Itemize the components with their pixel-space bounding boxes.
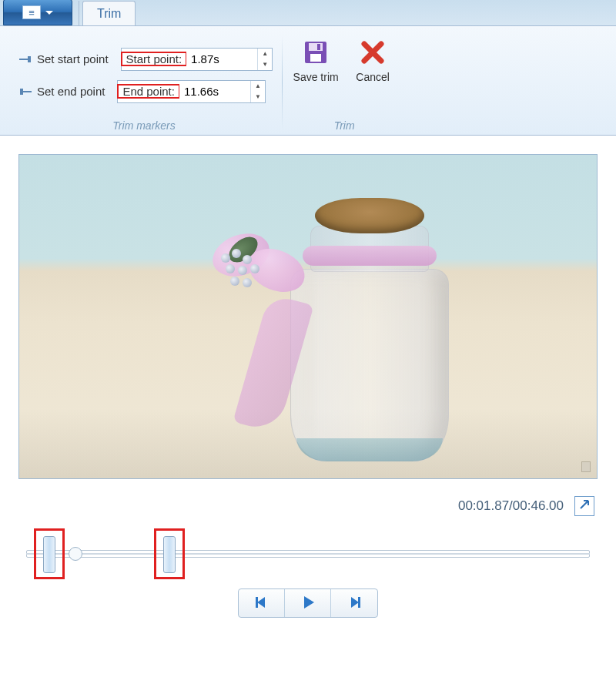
svg-rect-1 xyxy=(20,89,23,95)
chevron-down-icon xyxy=(45,11,53,15)
cancel-label: Cancel xyxy=(356,71,390,84)
end-point-step-down[interactable]: ▼ xyxy=(251,92,265,102)
end-point-row: Set end point End point: ▲ ▼ xyxy=(15,80,273,103)
tab-trim-label: Trim xyxy=(97,7,121,21)
end-point-field: End point: ▲ ▼ xyxy=(117,80,266,103)
svg-marker-6 xyxy=(257,597,265,608)
play-icon xyxy=(300,594,316,613)
svg-marker-8 xyxy=(304,596,314,609)
play-button[interactable] xyxy=(285,589,331,617)
preview-corner-mark xyxy=(581,461,591,472)
svg-rect-5 xyxy=(317,44,320,50)
floppy-disk-icon xyxy=(300,37,331,68)
time-display: 00:01.87/00:46.00 xyxy=(458,498,564,514)
x-icon xyxy=(357,37,388,68)
preview-area xyxy=(0,136,616,487)
start-point-input[interactable] xyxy=(186,51,257,67)
trim-end-icon xyxy=(18,86,32,97)
ribbon-divider xyxy=(282,35,283,130)
start-point-spinner: ▲ ▼ xyxy=(257,49,272,70)
start-point-row: Set start point Start point: ▲ ▼ xyxy=(15,48,273,71)
expand-preview-button[interactable] xyxy=(574,496,594,516)
menubar: ≡ Trim xyxy=(0,0,616,26)
trim-start-icon xyxy=(18,54,32,65)
previous-frame-button[interactable] xyxy=(239,589,285,617)
end-point-spinner: ▲ ▼ xyxy=(250,81,265,102)
svg-rect-4 xyxy=(310,54,321,62)
step-back-icon xyxy=(253,594,270,613)
next-frame-button[interactable] xyxy=(331,589,377,617)
video-preview[interactable] xyxy=(18,154,598,479)
cancel-button[interactable]: Cancel xyxy=(349,37,397,84)
svg-rect-3 xyxy=(309,43,323,51)
set-end-point-button[interactable]: Set end point xyxy=(15,83,108,99)
start-point-step-up[interactable]: ▲ xyxy=(258,49,272,59)
expand-arrow-icon xyxy=(578,498,591,515)
ribbon-group-trim: Save trim Cancel Trim xyxy=(284,31,404,135)
menu-dropdown-icon: ≡ xyxy=(22,5,41,19)
save-trim-button[interactable]: Save trim xyxy=(292,37,340,84)
trim-end-handle[interactable] xyxy=(163,536,176,573)
timeline-box xyxy=(0,521,616,582)
timeline-playhead[interactable] xyxy=(69,547,82,561)
menu-separator xyxy=(79,1,79,25)
video-preview-content xyxy=(19,155,597,478)
timeline[interactable] xyxy=(18,527,598,582)
trim-start-handle[interactable] xyxy=(43,536,55,573)
time-row: 00:01.87/00:46.00 xyxy=(0,487,616,521)
ribbon-group-trim-label: Trim xyxy=(292,116,397,133)
svg-marker-9 xyxy=(351,597,359,608)
app-menu-dropdown[interactable]: ≡ xyxy=(3,0,72,25)
start-point-field: Start point: ▲ ▼ xyxy=(121,48,273,71)
set-end-point-label: Set end point xyxy=(37,85,105,98)
start-point-step-down[interactable]: ▼ xyxy=(258,59,272,70)
playback-controls xyxy=(0,582,616,632)
ribbon: Set start point Start point: ▲ ▼ Set e xyxy=(0,26,616,136)
set-start-point-label: Set start point xyxy=(37,52,109,65)
tab-trim[interactable]: Trim xyxy=(82,1,136,25)
ribbon-group-markers-label: Trim markers xyxy=(15,116,273,133)
svg-rect-7 xyxy=(256,597,258,608)
set-start-point-button[interactable]: Set start point xyxy=(15,51,112,67)
end-point-input[interactable] xyxy=(179,83,250,99)
step-forward-icon xyxy=(346,594,363,613)
start-point-caption: Start point: xyxy=(122,52,187,65)
svg-rect-10 xyxy=(358,597,360,608)
svg-rect-0 xyxy=(28,56,31,62)
save-trim-label: Save trim xyxy=(293,71,339,84)
end-point-step-up[interactable]: ▲ xyxy=(251,81,265,92)
ribbon-group-trim-markers: Set start point Start point: ▲ ▼ Set e xyxy=(8,31,280,135)
end-point-caption: End point: xyxy=(118,85,179,98)
